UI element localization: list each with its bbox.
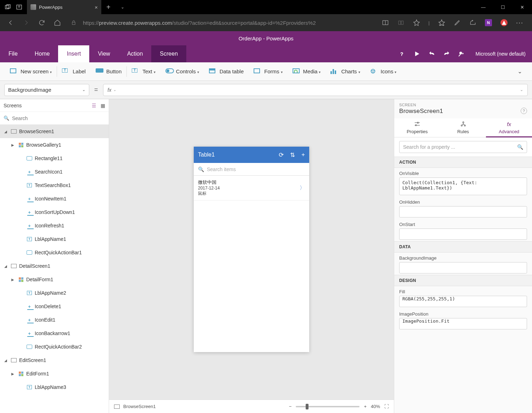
prop-label: ImagePosition: [399, 311, 527, 317]
tab-close-icon[interactable]: ×: [95, 4, 98, 10]
more-icon[interactable]: ···: [516, 19, 523, 27]
formula-input[interactable]: fx⌄ ⌄: [103, 84, 528, 96]
menu-view[interactable]: View: [89, 45, 118, 62]
window-minimize-button[interactable]: —: [474, 0, 493, 14]
menu-file[interactable]: File: [0, 45, 26, 62]
tree-item[interactable]: IconBackarrow1: [0, 327, 109, 340]
sort-icon[interactable]: ⇅: [290, 151, 295, 159]
tree-item[interactable]: ◢EditScreen1: [0, 353, 109, 367]
tree-item[interactable]: TLblAppName2: [0, 286, 109, 300]
ribbon-icons[interactable]: Icons: [365, 65, 402, 78]
phone-preview[interactable]: Table1 ⟳ ⇅ + 🔍 Search items 微软中国 2017-12…: [194, 147, 309, 352]
share-icon[interactable]: [469, 19, 476, 26]
ribbon-media[interactable]: Media: [288, 65, 326, 78]
onhidden-input[interactable]: [399, 206, 527, 217]
refresh-icon[interactable]: [38, 19, 45, 26]
tree-item[interactable]: IconDelete1: [0, 300, 109, 313]
onstart-input[interactable]: [399, 228, 527, 240]
ribbon-forms[interactable]: Forms: [249, 65, 288, 78]
tree-item[interactable]: RectQuickActionBar1: [0, 246, 109, 259]
tree-item[interactable]: TLblAppName3: [0, 380, 109, 394]
tree-item[interactable]: SearchIcon1: [0, 165, 109, 179]
tab-rules[interactable]: Rules: [440, 118, 486, 137]
reading-list-icon[interactable]: [397, 19, 404, 26]
window-maximize-button[interactable]: ☐: [493, 0, 513, 14]
list-item[interactable]: 微软中国 2017-12-14 鼠标 〉: [194, 176, 309, 200]
tree-item[interactable]: ◢DetailScreen1: [0, 259, 109, 273]
phone-search-box[interactable]: 🔍 Search items: [194, 163, 309, 176]
zoom-slider[interactable]: [296, 406, 360, 407]
tree-item[interactable]: Rectangle11: [0, 152, 109, 165]
tree-item[interactable]: TLblAppName1: [0, 232, 109, 246]
fill-input[interactable]: RGBA(255,255,255,1): [399, 296, 527, 307]
zoom-out-button[interactable]: −: [289, 404, 292, 409]
ribbon-text[interactable]: T Text: [127, 65, 160, 78]
adblock-icon[interactable]: [500, 19, 508, 26]
tree-item[interactable]: RectQuickActionBar2: [0, 340, 109, 353]
ribbon-new-screen[interactable]: New screen: [5, 65, 57, 78]
menu-action[interactable]: Action: [119, 45, 151, 62]
tree-item[interactable]: ▶DetailForm1: [0, 273, 109, 286]
tree-item[interactable]: ◢BrowseScreen1: [0, 125, 109, 138]
ribbon-data-table[interactable]: Data table: [204, 65, 249, 78]
thumb-view-icon[interactable]: ▦: [101, 103, 105, 108]
tree-view-icon[interactable]: ☰: [92, 103, 96, 108]
ribbon-bar: New screen T Label Button T Text Control…: [0, 62, 532, 81]
svg-point-14: [464, 125, 465, 126]
canvas-area[interactable]: Table1 ⟳ ⇅ + 🔍 Search items 微软中国 2017-12…: [109, 99, 394, 413]
menu-screen[interactable]: Screen: [151, 45, 186, 62]
tree-item[interactable]: IconEdit1: [0, 313, 109, 327]
undo-button[interactable]: [424, 45, 439, 62]
tab-overflow-icon[interactable]: ⌄: [115, 5, 130, 10]
backgroundimage-input[interactable]: [399, 262, 527, 273]
tree-search[interactable]: 🔍: [0, 112, 109, 125]
ribbon-expand-icon[interactable]: ⌄: [513, 68, 527, 75]
share-button[interactable]: [454, 45, 469, 62]
tree-item[interactable]: TTextSearchBox1: [0, 179, 109, 192]
help-icon[interactable]: ?: [521, 108, 527, 114]
tab-advanced[interactable]: fx Advanced: [486, 118, 532, 137]
ribbon-button[interactable]: Button: [91, 65, 126, 78]
tree-item[interactable]: ▶EditForm1: [0, 367, 109, 380]
ribbon-controls[interactable]: Controls: [160, 65, 204, 78]
imageposition-input[interactable]: ImagePosition.Fit: [399, 318, 527, 329]
favorites-icon[interactable]: [438, 19, 445, 26]
section-design: DESIGN: [394, 275, 532, 286]
new-tab-button[interactable]: +: [101, 3, 115, 11]
url-text[interactable]: https://preview.create.powerapps.com/stu…: [83, 20, 375, 26]
property-selector[interactable]: BackgroundImage⌄: [4, 84, 89, 96]
play-button[interactable]: [409, 45, 424, 62]
notes-icon[interactable]: [454, 19, 461, 26]
menu-home[interactable]: Home: [26, 45, 58, 62]
zoom-in-button[interactable]: +: [364, 404, 367, 409]
onvisible-input[interactable]: Collect(Collection1, {Text: LblAppName1.…: [399, 177, 527, 195]
screen-tree[interactable]: ◢BrowseScreen1▶BrowseGallery1Rectangle11…: [0, 125, 109, 413]
tree-item[interactable]: IconRefresh1: [0, 219, 109, 232]
refresh-icon[interactable]: ⟳: [279, 151, 284, 159]
add-icon[interactable]: +: [301, 151, 305, 159]
help-button[interactable]: ?: [395, 45, 409, 62]
browser-tab[interactable]: PowerApps ×: [27, 0, 101, 14]
property-search[interactable]: Search for a property ... 🔍: [399, 141, 527, 153]
forward-icon[interactable]: [23, 19, 30, 26]
ribbon-label[interactable]: T Label: [57, 65, 91, 78]
tree-item[interactable]: IconNewItem1: [0, 192, 109, 205]
window-close-button[interactable]: ✕: [513, 0, 532, 14]
formula-expand-icon[interactable]: ⌄: [518, 87, 525, 92]
tree-item[interactable]: ▶BrowseGallery1: [0, 138, 109, 152]
home-icon[interactable]: [54, 19, 61, 26]
menu-insert[interactable]: Insert: [58, 45, 89, 62]
ribbon-charts[interactable]: Charts: [326, 65, 365, 78]
tree-item[interactable]: IconSortUpDown1: [0, 205, 109, 219]
tree-search-input[interactable]: [12, 115, 105, 121]
window-tab-icons[interactable]: [0, 0, 27, 14]
star-icon[interactable]: [413, 19, 420, 26]
back-icon[interactable]: [7, 19, 14, 26]
account-label[interactable]: Microsoft (new default): [469, 45, 532, 62]
onenote-icon[interactable]: N: [485, 19, 492, 26]
reading-view-icon[interactable]: [382, 19, 389, 26]
properties-panel: SCREEN BrowseScreen1 ? Properties Rules …: [394, 99, 532, 413]
tab-properties[interactable]: Properties: [394, 118, 440, 137]
fit-screen-icon[interactable]: ⛶: [384, 404, 389, 409]
redo-button[interactable]: [439, 45, 454, 62]
